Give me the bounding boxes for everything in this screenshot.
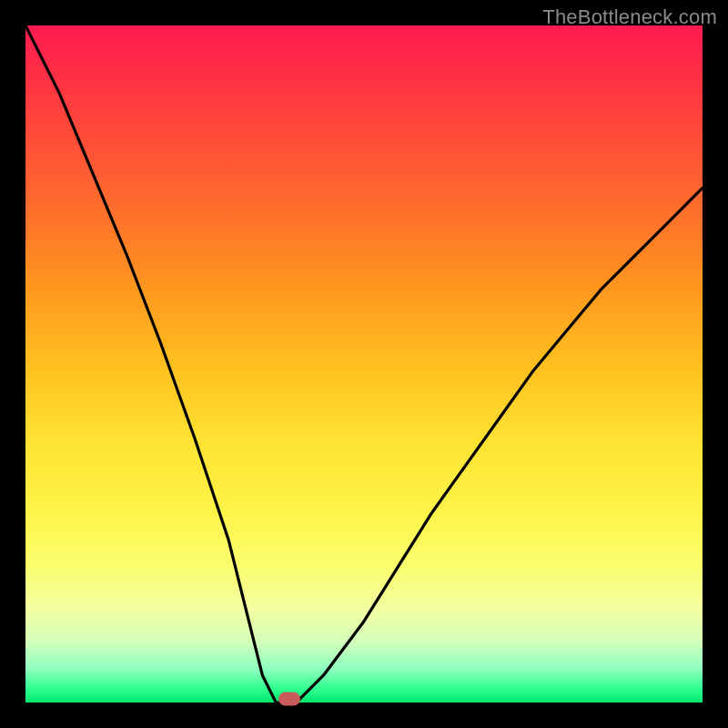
curve-layer bbox=[25, 25, 703, 703]
optimal-marker bbox=[278, 693, 300, 706]
bottleneck-curve bbox=[25, 25, 703, 703]
watermark-text: TheBottleneck.com bbox=[542, 5, 717, 29]
chart-frame: TheBottleneck.com bbox=[0, 0, 728, 728]
plot-area bbox=[25, 25, 703, 703]
